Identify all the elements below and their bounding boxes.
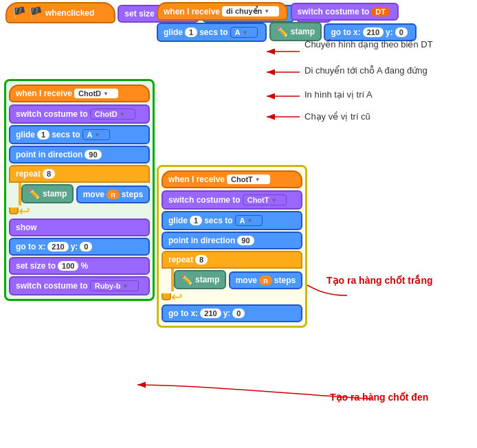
move-n-chotd: move n steps <box>76 186 150 203</box>
repeat-close-chott: ↩ <box>162 291 302 302</box>
point-dir-chott: point in direction 90 <box>162 232 302 249</box>
repeat-inner-chotd: ✏️ stamp move n steps <box>19 183 150 205</box>
goto-xy-chott: go to x: 210 y: 0 <box>162 304 302 322</box>
annotation-text-6: Tạo ra hàng chốt đen <box>330 392 428 403</box>
when-clicked-label: clicked <box>67 8 95 18</box>
stamp-icon-dichuy: ✏️ <box>276 26 288 37</box>
point-dir-chotd: point in direction 90 <box>9 146 150 164</box>
center-left-stack: when I receive di chuyển switch costume … <box>157 1 477 43</box>
flag-icon: 🏴 <box>12 6 26 19</box>
annotation-1: Chuyển hình dạng theo biến DT <box>304 39 433 49</box>
glide-dichuy: glide 1 secs to A <box>157 23 267 42</box>
annotation-text-3: In hình tại vị trí A <box>304 89 373 100</box>
setsize-chotd: set size to 100 % <box>9 257 150 275</box>
when-receive-dichuy-hat: when I receive di chuyển <box>157 2 288 21</box>
glide-chott: glide 1 secs to A <box>162 211 302 230</box>
stamp-chotd: ✏️ stamp <box>21 184 74 203</box>
annotation-text-2: Di chuyển tới chỗ A đang đứng <box>304 65 428 76</box>
annotation-3: In hình tại vị trí A <box>304 89 373 100</box>
annotation-text-5: Tạo ra hàng chốt trắng <box>326 275 433 286</box>
show-chotd: show <box>9 219 150 236</box>
switch-costume-dt: switch costume to DT <box>291 3 399 21</box>
green-box-container: when I receive ChotD switch costume to C… <box>4 79 155 301</box>
repeat-close-chotd: ↩ <box>9 205 150 216</box>
stamp-chott: ✏️ stamp <box>174 270 226 289</box>
yellow-box-container: when I receive ChotT switch costume to C… <box>157 165 307 328</box>
switch-costume-chotd: switch costume to ChotD <box>9 104 150 124</box>
annotation-2: Di chuyển tới chỗ A đang đứng <box>304 65 428 76</box>
when-clicked-hat: 🏴 🏴 when clicked <box>5 2 115 23</box>
repeat-inner-chott: ✏️ stamp move n steps <box>171 269 302 291</box>
stamp-dichuy: ✏️ stamp <box>269 22 322 41</box>
annotation-4: Chạy về vị trí cũ <box>304 111 370 122</box>
annotation-text-4: Chạy về vị trí cũ <box>304 111 370 122</box>
yellow-outline: when I receive ChotT switch costume to C… <box>157 165 307 328</box>
annotation-6: Tạo ra hàng chốt đen <box>330 392 428 403</box>
repeat-8-chotd: repeat 8 ✏️ stamp move n steps ↩ <box>9 164 150 216</box>
switch-costume-chott: switch costume to ChotT <box>162 190 302 210</box>
repeat-8-chott: repeat 8 ✏️ stamp move n steps ↩ <box>162 250 302 302</box>
stamp-icon-chott: ✏️ <box>181 274 192 285</box>
annotation-text-1: Chuyển hình dạng theo biến DT <box>304 39 433 49</box>
goto-xy-chotd: go to x: 210 y: 0 <box>9 238 150 256</box>
annotation-5: Tạo ra hàng chốt trắng <box>326 275 433 286</box>
stamp-icon-chotd: ✏️ <box>28 188 40 199</box>
when-receive-chotd-hat: when I receive ChotD <box>9 85 150 102</box>
move-n-chott: move n steps <box>229 271 302 289</box>
switch-rubyb: switch costume to Ruby-b <box>9 276 150 295</box>
when-receive-chott-hat: when I receive ChotT <box>162 170 302 188</box>
green-outline: when I receive ChotD switch costume to C… <box>4 79 155 301</box>
glide-chotd: glide 1 secs to A <box>9 125 150 144</box>
